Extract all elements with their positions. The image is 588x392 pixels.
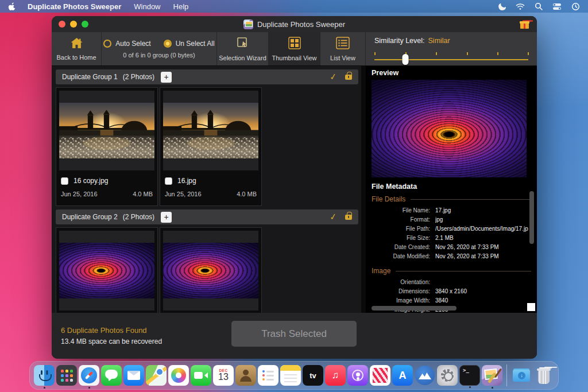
dock-music-icon[interactable]: ♫ xyxy=(325,365,346,386)
close-button[interactable] xyxy=(59,21,65,28)
group-title: Duplicate Group 1 xyxy=(62,73,118,81)
dock-duplicate-photos-sweeper-icon[interactable] xyxy=(482,365,502,386)
dock-launchpad-icon[interactable] xyxy=(56,365,77,386)
control-center-icon[interactable] xyxy=(552,3,562,10)
gift-icon[interactable] xyxy=(520,20,529,29)
meta-value: /Users/admin/Documents/Imag/17.jp xyxy=(435,226,531,232)
clock-icon[interactable] xyxy=(571,2,580,11)
selection-wizard-button[interactable]: Selection Wizard xyxy=(217,32,269,65)
meta-label: Image Width: xyxy=(372,297,430,304)
calendar-day: 13 xyxy=(218,372,229,382)
photo-thumbnail[interactable] xyxy=(59,231,154,311)
dock-calendar-icon[interactable]: DEC 13 xyxy=(213,365,234,386)
photo-checkbox[interactable] xyxy=(165,177,172,185)
auto-select-radio[interactable]: Auto Select xyxy=(103,40,150,48)
slider-tick xyxy=(436,52,437,55)
running-indicator xyxy=(44,387,45,389)
dock-mountains-app-icon[interactable] xyxy=(415,365,435,386)
zoom-button[interactable] xyxy=(82,21,88,28)
photo-thumbnail[interactable] xyxy=(163,231,258,311)
slider-track[interactable] xyxy=(374,59,528,60)
back-to-home-button[interactable]: Back to Home xyxy=(52,32,102,65)
dock-terminal-icon[interactable]: >_ xyxy=(459,365,480,386)
desktop: Duplicate Photos Sweeper Window Help Dup… xyxy=(0,0,588,392)
dock-reminders-icon[interactable] xyxy=(258,365,278,386)
dock-finder-icon[interactable] xyxy=(34,365,55,386)
group-title: Duplicate Group 2 xyxy=(62,213,118,221)
minimize-button[interactable] xyxy=(70,21,77,28)
photo-checkbox[interactable] xyxy=(61,177,68,185)
similarity-section: Similarity Level: Similar xyxy=(366,32,537,65)
menu-help[interactable]: Help xyxy=(173,2,189,11)
dock-contacts-icon[interactable] xyxy=(235,365,256,386)
apple-logo-icon[interactable] xyxy=(8,2,16,11)
group-count: (2 Photos) xyxy=(123,73,154,81)
dock-notes-icon[interactable] xyxy=(280,365,301,386)
slider-tick xyxy=(497,52,498,55)
dock-downloads-folder-icon[interactable]: ↓ xyxy=(511,365,532,386)
preview-panel: Preview File Metadata File Details File … xyxy=(366,66,537,313)
group-check-icon[interactable]: ✓ xyxy=(329,71,338,83)
slider-thumb[interactable] xyxy=(402,54,408,65)
dock-news-icon[interactable] xyxy=(370,365,390,386)
group-expand-button[interactable]: + xyxy=(161,72,172,83)
file-details-rows: File Name: 17.jpg Format: jpg File Path:… xyxy=(372,207,531,259)
title-bar: Duplicate Photos Sweeper xyxy=(52,16,537,32)
file-details-section-header: File Details xyxy=(372,195,531,203)
search-icon[interactable] xyxy=(535,2,543,10)
group-2-header: Duplicate Group 2 (2 Photos) + ✓ xyxy=(56,209,358,224)
similarity-slider[interactable] xyxy=(374,55,528,65)
wifi-icon[interactable] xyxy=(516,3,525,10)
vertical-scrollbar[interactable] xyxy=(529,191,534,244)
unselect-all-radio[interactable]: Un Select All xyxy=(164,40,215,48)
dock-facetime-icon[interactable] xyxy=(191,365,211,386)
duplicate-groups-list: Duplicate Group 1 (2 Photos) + ✓ 16 xyxy=(52,66,366,313)
list-view-icon xyxy=(336,37,350,52)
list-view-label: List View xyxy=(330,55,355,61)
meta-label: File Path: xyxy=(372,226,430,232)
selection-wizard-label: Selection Wizard xyxy=(219,55,266,61)
file-metadata-title: File Metadata xyxy=(372,183,531,191)
meta-label: File Name: xyxy=(372,207,430,214)
unselect-all-label: Un Select All xyxy=(176,40,215,48)
resize-handle[interactable] xyxy=(527,303,535,311)
dock-mail-icon[interactable] xyxy=(123,365,144,386)
dock-system-preferences-icon[interactable] xyxy=(437,365,458,386)
slider-tick xyxy=(467,52,468,55)
selection-controls: Auto Select Un Select All 0 of 6 in 0 gr… xyxy=(102,32,217,65)
dock-trash-icon[interactable] xyxy=(533,365,554,386)
dock-podcasts-icon[interactable] xyxy=(347,365,368,386)
group-lock-icon[interactable] xyxy=(345,215,352,220)
image-section-header: Image xyxy=(372,267,531,275)
horizontal-scrollbar[interactable] xyxy=(372,306,457,311)
group-expand-button[interactable]: + xyxy=(161,212,172,223)
photo-cell[interactable]: 16.jpg Jun 25, 2016 4.0 MB xyxy=(160,87,262,206)
dock-app-store-icon[interactable]: A xyxy=(392,365,413,386)
photo-size: 4.0 MB xyxy=(133,191,153,197)
menu-window[interactable]: Window xyxy=(134,2,160,11)
running-indicator xyxy=(88,387,90,389)
group-lock-icon[interactable] xyxy=(345,75,352,80)
dock-safari-icon[interactable] xyxy=(79,365,99,386)
photo-thumbnail[interactable] xyxy=(59,91,154,170)
trash-selected-button[interactable]: Trash Selected xyxy=(231,321,357,347)
photo-filename: 16 copy.jpg xyxy=(74,177,109,185)
photo-cell[interactable]: 16 copy.jpg Jun 25, 2016 4.0 MB xyxy=(56,87,158,206)
dock-photos-icon[interactable] xyxy=(168,365,189,386)
dark-mode-moon-icon[interactable] xyxy=(497,2,506,11)
home-icon xyxy=(70,37,83,51)
meta-label: Orientation: xyxy=(372,279,430,285)
dock-messages-icon[interactable] xyxy=(101,365,122,386)
meta-label: Format: xyxy=(372,216,430,223)
photo-cell[interactable] xyxy=(160,227,262,313)
menu-app-name[interactable]: Duplicate Photos Sweeper xyxy=(28,2,121,11)
photo-thumbnail[interactable] xyxy=(163,91,258,170)
group-check-icon[interactable]: ✓ xyxy=(329,211,338,223)
dock-apple-tv-icon[interactable]: tv xyxy=(303,365,323,386)
preview-title: Preview xyxy=(372,69,531,77)
list-view-button[interactable]: List View xyxy=(320,32,366,65)
dock-maps-icon[interactable] xyxy=(146,365,167,386)
photo-cell[interactable] xyxy=(56,227,158,313)
running-indicator xyxy=(492,387,493,389)
thumbnail-view-button[interactable]: Thumbnail View xyxy=(269,32,320,65)
